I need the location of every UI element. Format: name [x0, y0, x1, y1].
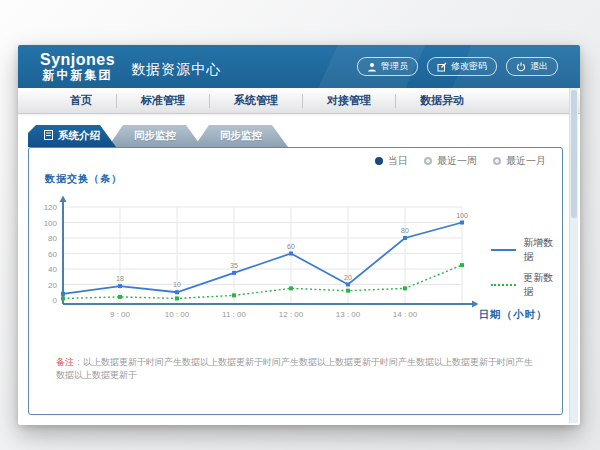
tab-sync-monitor-1[interactable]: 同步监控 [108, 125, 202, 147]
tab-bar: 系统介绍 同步监控 同步监控 [28, 125, 288, 147]
app-header: Synjones 新中新集团 数据资源中心 管理员 修改密码 退出 [18, 45, 580, 88]
svg-text:9 : 00: 9 : 00 [110, 310, 131, 319]
svg-text:120: 120 [44, 203, 58, 212]
footnote-text: ：以上数据更新于时间产生数据以上数据更新于时间产生数据以上数据更新于时间产生数据… [56, 357, 533, 380]
legend-item-new-data: 新增数据 [491, 236, 562, 264]
legend-item-updated-data: 更新数据 [491, 271, 562, 299]
svg-text:日期（小时）: 日期（小时） [479, 308, 548, 321]
footnote: 备注：以上数据更新于时间产生数据以上数据更新于时间产生数据以上数据更新于时间产生… [56, 356, 536, 381]
radio-today[interactable]: 当日 [375, 154, 408, 168]
svg-text:60: 60 [287, 243, 295, 250]
svg-text:10 : 00: 10 : 00 [165, 310, 190, 319]
radio-unselected-icon [493, 157, 501, 165]
radio-unselected-icon [424, 157, 432, 165]
svg-text:40: 40 [48, 265, 57, 274]
tab-sync-monitor-2[interactable]: 同步监控 [194, 125, 288, 147]
chart-legend: 新增数据 更新数据 [491, 236, 562, 299]
main-nav: 首页 标准管理 系统管理 对接管理 数据异动 [18, 88, 580, 114]
tab-label: 系统介绍 [58, 129, 100, 143]
y-axis-title: 数据交换（条） [45, 172, 122, 186]
nav-item-system[interactable]: 系统管理 [210, 88, 302, 113]
user-label: 管理员 [381, 60, 408, 73]
nav-item-home[interactable]: 首页 [46, 88, 116, 113]
nav-item-standards[interactable]: 标准管理 [117, 88, 209, 113]
svg-text:13 : 00: 13 : 00 [336, 310, 361, 319]
page-title: 数据资源中心 [131, 61, 221, 79]
radio-last-week[interactable]: 最近一周 [424, 154, 477, 168]
svg-text:80: 80 [48, 234, 57, 243]
svg-text:10: 10 [173, 281, 181, 288]
scrollbar-thumb[interactable] [571, 90, 577, 218]
svg-text:14 : 00: 14 : 00 [393, 310, 418, 319]
logo-text-cn: 新中新集团 [40, 69, 115, 82]
page-scrollbar[interactable] [569, 88, 578, 423]
change-password-button[interactable]: 修改密码 [427, 57, 497, 76]
logout-icon [516, 62, 526, 72]
svg-text:20: 20 [48, 281, 57, 290]
radio-label: 最近一月 [506, 154, 546, 168]
logout-label: 退出 [530, 60, 548, 73]
nav-item-docking[interactable]: 对接管理 [303, 88, 395, 113]
radio-last-month[interactable]: 最近一月 [493, 154, 546, 168]
svg-text:60: 60 [48, 250, 57, 259]
legend-label: 新增数据 [523, 236, 562, 264]
svg-text:18: 18 [116, 275, 124, 282]
svg-text:100: 100 [44, 219, 58, 228]
svg-text:12 : 00: 12 : 00 [279, 310, 304, 319]
header-actions: 管理员 修改密码 退出 [357, 57, 558, 76]
svg-text:0: 0 [53, 296, 58, 305]
logout-button[interactable]: 退出 [506, 57, 558, 76]
tab-system-intro[interactable]: 系统介绍 [28, 125, 116, 147]
svg-text:35: 35 [230, 262, 238, 269]
radio-label: 当日 [388, 154, 408, 168]
tab-label: 同步监控 [220, 129, 262, 143]
tab-label: 同步监控 [134, 129, 176, 143]
legend-label: 更新数据 [523, 271, 562, 299]
nav-item-datachange[interactable]: 数据异动 [396, 88, 488, 113]
svg-text:11 : 00: 11 : 00 [222, 310, 246, 319]
change-password-label: 修改密码 [451, 60, 487, 73]
time-range-filter: 当日 最近一周 最近一月 [375, 154, 546, 168]
user-icon [367, 62, 377, 72]
dotted-line-swatch-icon [491, 284, 516, 286]
line-chart: 0204060801001209 : 0010 : 0011 : 0012 : … [29, 194, 564, 329]
solid-line-swatch-icon [491, 249, 516, 251]
footnote-label: 备注 [56, 357, 74, 367]
svg-text:80: 80 [401, 227, 409, 234]
radio-selected-icon [375, 157, 383, 165]
edit-icon [437, 62, 447, 72]
radio-label: 最近一周 [437, 154, 477, 168]
current-user-button[interactable]: 管理员 [357, 57, 418, 76]
document-icon [44, 130, 53, 142]
chart-area: 0204060801001209 : 0010 : 0011 : 0012 : … [29, 194, 564, 329]
svg-text:20: 20 [344, 274, 352, 281]
company-logo: Synjones 新中新集团 [40, 52, 115, 81]
app-window: Synjones 新中新集团 数据资源中心 管理员 修改密码 退出 [18, 45, 580, 425]
logo-text-en: Synjones [40, 52, 115, 69]
svg-text:100: 100 [456, 212, 468, 219]
content-panel: 当日 最近一周 最近一月 数据交换（条） 0204060801001209 : … [28, 147, 563, 415]
